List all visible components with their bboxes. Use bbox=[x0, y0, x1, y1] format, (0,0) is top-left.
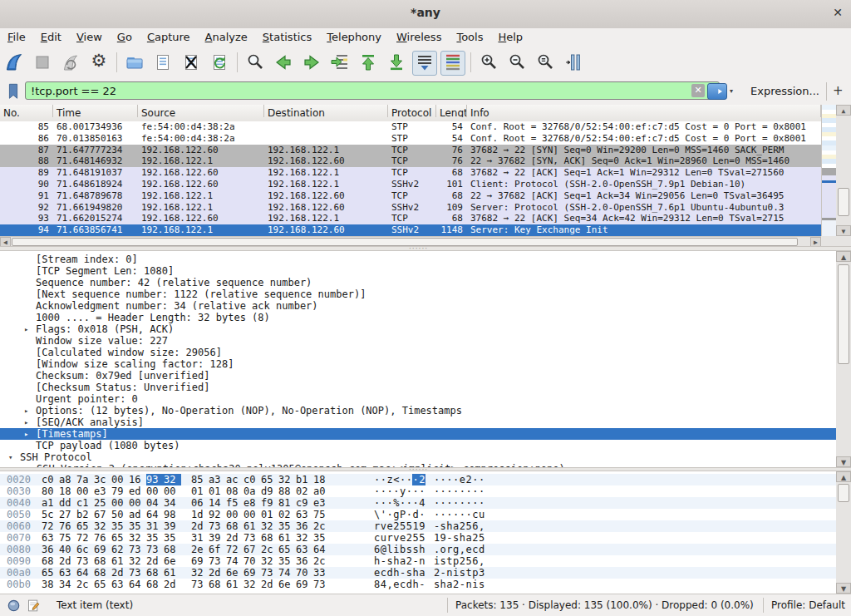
add-filter-button[interactable]: + bbox=[833, 83, 844, 98]
packet-row-94[interactable]: 9471.663856741192.168.122.1192.168.122.6… bbox=[0, 224, 821, 236]
hex-row-0050[interactable]: 00505c27b26750ad64981d92000001026375\'·g… bbox=[0, 509, 851, 520]
details-vscrollbar[interactable]: ▲▼ bbox=[836, 251, 851, 467]
hex-byte[interactable]: 61 bbox=[278, 532, 296, 544]
hex-byte[interactable]: 2c bbox=[313, 520, 331, 532]
hex-byte[interactable]: 32 bbox=[164, 474, 181, 485]
expression-button[interactable]: Expression... bbox=[750, 85, 819, 97]
hex-byte[interactable]: 6f bbox=[209, 544, 226, 555]
details-line-4[interactable]: Acknowledgment number: 34 (relative ack … bbox=[0, 300, 851, 312]
find-packet-icon[interactable] bbox=[243, 51, 268, 76]
hex-byte[interactable]: 2d bbox=[164, 579, 181, 590]
hex-byte[interactable]: 73 bbox=[191, 579, 209, 590]
hex-byte[interactable]: e3 bbox=[313, 497, 331, 509]
packet-list-vscrollbar[interactable]: ▲▼ bbox=[836, 105, 851, 236]
go-forward-icon[interactable] bbox=[299, 51, 324, 76]
hex-byte[interactable]: 62 bbox=[111, 544, 129, 555]
hex-byte[interactable]: 5c bbox=[42, 509, 59, 520]
column-header-source[interactable]: Source bbox=[138, 105, 264, 117]
packet-row-88[interactable]: 8871.648146932192.168.122.1192.168.122.6… bbox=[0, 155, 821, 167]
column-header-no[interactable]: No. bbox=[0, 105, 53, 117]
hex-byte[interactable]: 2d bbox=[59, 555, 76, 567]
hex-byte[interactable]: 36 bbox=[42, 544, 59, 555]
hex-byte[interactable]: 2d bbox=[261, 579, 278, 590]
hex-byte[interactable]: 33 bbox=[313, 567, 331, 579]
hex-row-00b0[interactable]: 00b038342c656364682d736861322d6e697384,e… bbox=[0, 579, 851, 590]
hex-byte[interactable]: 69 bbox=[191, 555, 209, 567]
hex-byte[interactable]: 64 bbox=[129, 579, 146, 590]
hex-byte[interactable]: 34 bbox=[164, 497, 181, 509]
hex-byte[interactable]: 08 bbox=[226, 485, 243, 497]
hex-byte[interactable]: 63 bbox=[296, 544, 313, 555]
hex-byte[interactable]: 73 bbox=[209, 520, 226, 532]
details-line-8[interactable]: [Calculated window size: 29056] bbox=[0, 347, 851, 358]
hex-byte[interactable]: 65 bbox=[42, 567, 59, 579]
close-file-icon[interactable] bbox=[179, 51, 204, 76]
hex-byte[interactable]: 16 bbox=[129, 474, 146, 485]
details-line-13[interactable]: ▸Options: (12 bytes), No-Operation (NOP)… bbox=[0, 405, 851, 416]
details-line-2[interactable]: Sequence number: 42 (relative sequence n… bbox=[0, 277, 851, 288]
hex-byte[interactable]: 1d bbox=[191, 509, 209, 520]
hex-byte[interactable]: 35 bbox=[164, 532, 181, 544]
hex-byte[interactable]: 61 bbox=[164, 567, 181, 579]
hex-byte[interactable]: 00 bbox=[243, 509, 261, 520]
hex-byte[interactable]: 06 bbox=[191, 497, 209, 509]
menu-capture[interactable]: Capture bbox=[140, 28, 198, 48]
menu-edit[interactable]: Edit bbox=[33, 28, 69, 48]
hex-byte[interactable]: dd bbox=[59, 497, 76, 509]
hex-byte[interactable]: 35 bbox=[278, 520, 296, 532]
hex-byte[interactable]: 36 bbox=[296, 520, 313, 532]
hex-byte[interactable]: 68 bbox=[94, 567, 111, 579]
hex-byte[interactable]: 63 bbox=[59, 567, 76, 579]
hex-byte[interactable]: 85 bbox=[191, 474, 209, 485]
close-icon[interactable]: ✕ bbox=[833, 6, 843, 19]
hex-byte[interactable]: 68 bbox=[146, 579, 164, 590]
packet-row-86[interactable]: 8670.013850163fe:54:00:d4:38:2aSTP54Conf… bbox=[0, 133, 821, 145]
hex-byte[interactable]: c0 bbox=[243, 474, 261, 485]
bookmark-icon[interactable] bbox=[4, 82, 22, 101]
packet-row-91[interactable]: 9171.648789678192.168.122.1192.168.122.6… bbox=[0, 190, 821, 202]
go-back-icon[interactable] bbox=[271, 51, 296, 76]
column-header-info[interactable]: Info bbox=[467, 105, 821, 117]
expert-info-icon[interactable] bbox=[7, 599, 21, 613]
hex-byte[interactable]: 65 bbox=[76, 520, 94, 532]
filter-dropdown-caret-icon[interactable]: ▾ bbox=[730, 87, 733, 95]
packet-list-minimap[interactable] bbox=[821, 105, 836, 236]
colorize-icon[interactable] bbox=[440, 51, 465, 76]
hex-byte[interactable]: 00 bbox=[111, 497, 129, 509]
hex-byte[interactable]: 35 bbox=[313, 532, 331, 544]
hex-byte[interactable]: 64 bbox=[76, 567, 94, 579]
hex-byte[interactable]: 01 bbox=[209, 485, 226, 497]
hex-byte[interactable]: 35 bbox=[129, 520, 146, 532]
zoom-original-icon[interactable] bbox=[533, 51, 558, 76]
hex-byte[interactable]: 63 bbox=[296, 509, 313, 520]
hex-byte[interactable]: b2 bbox=[76, 509, 94, 520]
hex-byte[interactable]: 76 bbox=[59, 520, 76, 532]
hex-byte[interactable]: 00 bbox=[164, 485, 181, 497]
details-line-12[interactable]: Urgent pointer: 0 bbox=[0, 393, 851, 405]
hex-byte[interactable]: 70 bbox=[243, 555, 261, 567]
details-line-3[interactable]: [Next sequence number: 1122 (relative se… bbox=[0, 288, 851, 300]
hex-byte[interactable]: 32 bbox=[129, 532, 146, 544]
hex-byte[interactable]: 73 bbox=[313, 579, 331, 590]
go-top-icon[interactable] bbox=[356, 51, 381, 76]
status-profile[interactable]: Profile: Default bbox=[771, 599, 845, 611]
hex-byte[interactable]: 18 bbox=[59, 485, 76, 497]
hex-byte[interactable]: 67 bbox=[243, 544, 261, 555]
hex-byte[interactable]: 2c bbox=[313, 555, 331, 567]
restart-capture-icon[interactable] bbox=[58, 51, 83, 76]
hex-byte[interactable]: 32 bbox=[261, 555, 278, 567]
hex-byte[interactable]: 68 bbox=[209, 579, 226, 590]
hex-byte[interactable]: e3 bbox=[94, 485, 111, 497]
details-line-10[interactable]: Checksum: 0x79ed [unverified] bbox=[0, 370, 851, 382]
hex-row-0090[interactable]: 0090682d736861322d6e697374703235362ch-sh… bbox=[0, 555, 851, 567]
hex-row-0030[interactable]: 0030801800e379ed00000101080ad98802a0····… bbox=[0, 485, 851, 497]
hex-byte[interactable]: 68 bbox=[146, 567, 164, 579]
packet-row-90[interactable]: 9071.648618924192.168.122.60192.168.122.… bbox=[0, 179, 821, 190]
hex-byte[interactable]: 32 bbox=[261, 520, 278, 532]
zoom-out-icon[interactable] bbox=[504, 51, 529, 76]
hex-byte[interactable]: 40 bbox=[59, 544, 76, 555]
packet-row-89[interactable]: 8971.648191037192.168.122.60192.168.122.… bbox=[0, 167, 821, 179]
hex-byte[interactable]: 32 bbox=[243, 579, 261, 590]
hex-byte[interactable]: 6e bbox=[278, 579, 296, 590]
hex-byte[interactable]: 25 bbox=[94, 497, 111, 509]
